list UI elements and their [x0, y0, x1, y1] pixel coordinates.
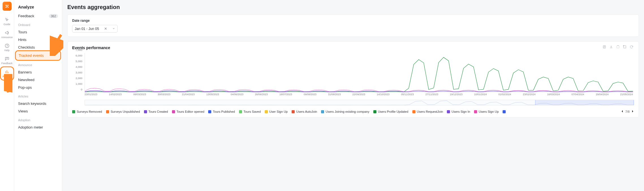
y-tick: 7,000	[76, 48, 82, 51]
x-tick: 13/05/2023	[206, 93, 219, 98]
x-tick: 31/08/2023	[328, 93, 341, 98]
rail-analyze[interactable]: Analyze	[1, 67, 13, 80]
legend-item[interactable]: User Sign Up	[265, 110, 288, 113]
legend-swatch	[106, 110, 109, 113]
refresh-icon[interactable]	[630, 45, 634, 49]
legend-swatch	[239, 110, 242, 113]
app-logo[interactable]	[3, 2, 12, 11]
section-onboard: Onboard	[14, 20, 62, 28]
legend-item[interactable]: Users Joining existing company	[321, 110, 369, 113]
x-tick: 21/04/2023	[182, 93, 195, 98]
legend-swatch	[292, 110, 295, 113]
x-tick: 30/03/2023	[158, 93, 170, 98]
sidebar-hints[interactable]: Hints	[14, 36, 62, 44]
sidebar-banners[interactable]: Banners	[14, 68, 62, 76]
legend-item[interactable]: Users Sign In	[447, 110, 470, 113]
legend-swatch	[321, 110, 324, 113]
legend-page: 7/8	[625, 110, 630, 113]
x-tick: 23/02/2024	[523, 93, 535, 98]
legend-label: Tours Editor opened	[176, 110, 204, 113]
chart-area: 01,0002,0003,0004,0005,0006,0007,000 23/…	[72, 53, 634, 98]
x-tick: 14/02/2023	[109, 93, 122, 98]
sidebar-newsfeed[interactable]: Newsfeed	[14, 76, 62, 84]
svg-point-4	[7, 6, 8, 8]
chart-title: Events performance	[72, 45, 634, 50]
sidebar-checklists[interactable]: Checklists	[14, 44, 62, 51]
svg-point-8	[7, 84, 7, 85]
chart-brush[interactable]	[85, 100, 634, 105]
sidebar-views[interactable]: Views	[14, 107, 62, 115]
legend-next[interactable]	[631, 110, 634, 113]
sidebar-feedback[interactable]: Feedback 362	[14, 12, 62, 20]
zoom-icon[interactable]	[616, 45, 620, 49]
legend-item[interactable]: Tours Saved	[239, 110, 261, 113]
icon-rail: Guide Announce Help Feedback Analyze Mor…	[0, 0, 14, 191]
legend-item[interactable]: Tours Created	[144, 110, 168, 113]
x-tick: 09/08/2023	[304, 93, 316, 98]
legend-label: Users Profile Updated	[378, 110, 408, 113]
legend-swatch	[144, 110, 147, 113]
x-tick: 29/04/2024	[596, 93, 609, 98]
rail-help[interactable]: Help	[1, 41, 13, 54]
chevron-down-icon[interactable]	[112, 27, 115, 31]
x-tick: 01/02/2024	[498, 93, 511, 98]
legend-item[interactable]: Users Sign Up	[474, 110, 499, 113]
x-tick: 08/03/2023	[133, 93, 146, 98]
legend-item[interactable]: Tours Published	[208, 110, 235, 113]
rail-label: Help	[4, 49, 10, 52]
sidebar-title: Analyze	[14, 3, 62, 12]
chart-panel: Events performance 01,0002,0003,0004,000…	[67, 41, 639, 118]
legend-swatch	[172, 110, 175, 113]
legend-item[interactable]: Surveys Removed	[72, 110, 102, 113]
section-announce: Announce	[14, 60, 62, 68]
chart-toolbar	[602, 45, 634, 49]
x-tick: 27/11/2023	[425, 93, 438, 98]
legend-item[interactable]	[503, 110, 507, 113]
date-range-label: Date range	[72, 19, 634, 23]
x-tick: 10/01/2024	[474, 93, 487, 98]
sidebar-tours[interactable]: Tours	[14, 28, 62, 36]
sidebar-popups[interactable]: Pop-ups	[14, 84, 62, 91]
chat-icon	[5, 56, 10, 61]
legend-item[interactable]: Surveys Unpublished	[106, 110, 140, 113]
data-view-icon[interactable]	[602, 45, 606, 49]
legend-label: Users RequestJoin	[417, 110, 443, 113]
sidebar-feedback-label: Feedback	[18, 14, 34, 18]
download-icon[interactable]	[609, 45, 613, 49]
sidebar-search-keywords[interactable]: Search keywords	[14, 100, 62, 107]
svg-point-9	[8, 84, 8, 85]
legend-swatch	[72, 110, 75, 113]
legend-label: Tours Saved	[244, 110, 261, 113]
rail-guide[interactable]: Guide	[1, 15, 13, 28]
legend-prev[interactable]	[621, 110, 624, 113]
svg-rect-12	[624, 46, 626, 48]
clear-date-icon[interactable]: ✕	[104, 27, 107, 31]
legend-label: Users AutoJoin	[296, 110, 317, 113]
zoom-reset-icon[interactable]	[623, 45, 627, 49]
svg-point-1	[7, 5, 8, 6]
legend-item[interactable]: Users AutoJoin	[292, 110, 317, 113]
legend-item[interactable]: Tours Editor opened	[172, 110, 204, 113]
rail-announce[interactable]: Announce	[1, 28, 13, 41]
chart-plot[interactable]	[85, 53, 633, 92]
legend-swatch	[474, 110, 477, 113]
legend-label: Tours Created	[148, 110, 168, 113]
y-tick: 6,000	[76, 54, 82, 57]
y-tick: 1,000	[76, 82, 82, 85]
y-tick: 4,000	[76, 65, 82, 68]
rail-label: Announce	[1, 36, 13, 39]
rail-feedback[interactable]: Feedback	[1, 54, 13, 67]
date-range-input[interactable]: Jan 01 - Jun 05 ✕	[72, 25, 118, 32]
section-articles: Articles	[14, 91, 62, 100]
rail-label: Analyze	[2, 75, 11, 78]
x-tick: 14/10/2023	[377, 93, 389, 98]
legend-label: Users Sign In	[451, 110, 470, 113]
y-tick: 2,000	[76, 77, 82, 80]
legend-swatch	[447, 110, 450, 113]
rail-more[interactable]: More	[1, 80, 13, 93]
sidebar-tracked-events[interactable]: Tracked events	[16, 51, 60, 60]
legend-label: Users Joining existing company	[326, 110, 369, 113]
legend-item[interactable]: Users RequestJoin	[412, 110, 443, 113]
sidebar-adoption-meter[interactable]: Adoption meter	[14, 123, 62, 131]
legend-item[interactable]: Users Profile Updated	[373, 110, 408, 113]
